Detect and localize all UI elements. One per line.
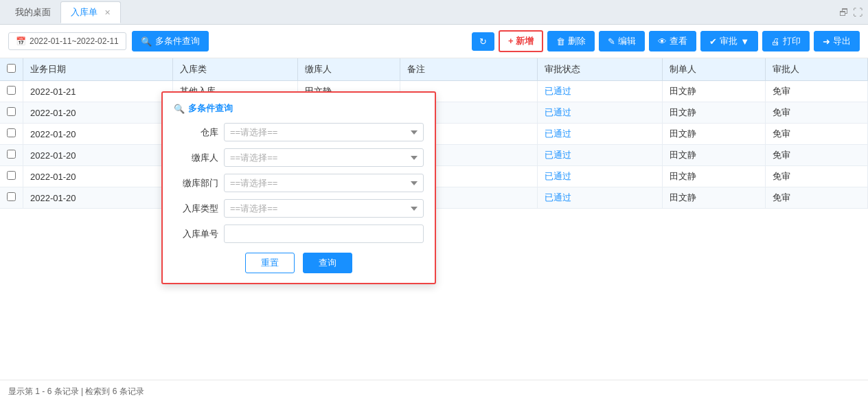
row-status: 已通过: [538, 145, 663, 166]
tab-desktop[interactable]: 我的桌面: [5, 2, 60, 23]
header-checkbox-cell: [0, 58, 23, 81]
tab-close-icon[interactable]: ✕: [104, 8, 111, 16]
header-type: 入库类: [172, 58, 297, 81]
row-checkbox[interactable]: [7, 107, 16, 116]
edit-button[interactable]: ✎ 编辑: [599, 31, 645, 51]
row-creator: 田文静: [663, 145, 765, 166]
row-checkbox-cell: [0, 187, 23, 209]
approve-dropdown-icon: ▼: [740, 36, 749, 47]
add-label: + 新增: [508, 35, 534, 47]
row-approver: 免审: [765, 187, 867, 209]
row-date: 2022-01-20: [23, 187, 173, 209]
calendar-icon: 📅: [16, 36, 26, 46]
row-date: 2022-01-20: [23, 166, 173, 187]
view-icon: 👁: [658, 36, 667, 47]
row-date: 2022-01-20: [23, 102, 173, 124]
warehouse-label: 仓库: [174, 126, 218, 139]
row-status: 已通过: [538, 81, 663, 102]
row-date: 2022-01-20: [23, 145, 173, 166]
view-button[interactable]: 👁 查看: [649, 31, 696, 51]
export-icon: ➜: [823, 36, 830, 47]
dept-select[interactable]: ==请选择==: [224, 174, 424, 192]
print-icon: 🖨: [771, 36, 780, 47]
query-button[interactable]: 查询: [303, 253, 352, 273]
row-approver: 免审: [765, 166, 867, 187]
row-approver: 免审: [765, 124, 867, 145]
action-buttons: ↻ + 新增 🗑 删除 ✎ 编辑 👁 查看 ✔: [472, 30, 860, 52]
search-icon: 🔍: [141, 36, 152, 47]
delete-button[interactable]: 🗑 删除: [547, 31, 595, 51]
print-button[interactable]: 🖨 打印: [762, 31, 810, 51]
approve-icon: ✔: [709, 36, 717, 47]
type-label: 入库类型: [174, 203, 218, 215]
row-checkbox-cell: [0, 81, 23, 102]
refresh-icon: ↻: [479, 36, 487, 47]
select-all-checkbox[interactable]: [7, 64, 16, 73]
main-content: 📅 2022-01-11~2022-02-11 🔍 多条件查询 ↻ + 新增 🗑…: [0, 25, 868, 403]
row-creator: 田文静: [663, 187, 765, 209]
date-range-button[interactable]: 📅 2022-01-11~2022-02-11: [8, 32, 126, 50]
person-select[interactable]: ==请选择==: [224, 148, 424, 167]
row-status: 已通过: [538, 102, 663, 124]
row-checkbox-cell: [0, 166, 23, 187]
app-container: 我的桌面 入库单 ✕ 🗗 ⛶ 📅 2022-01-11~2022-02-11 🔍…: [0, 0, 868, 403]
header-approver: 审批人: [765, 58, 867, 81]
ordernum-input[interactable]: [224, 224, 424, 243]
multi-search-label: 多条件查询: [155, 35, 200, 47]
row-checkbox[interactable]: [7, 128, 16, 137]
row-checkbox-cell: [0, 102, 23, 124]
restore-icon[interactable]: 🗗: [839, 7, 849, 18]
export-button[interactable]: ➜ 导出: [814, 31, 860, 51]
date-range-value: 2022-01-11~2022-02-11: [30, 36, 119, 46]
row-checkbox-cell: [0, 124, 23, 145]
footer: 显示第 1 - 6 条记录 | 检索到 6 条记录: [0, 380, 868, 403]
row-creator: 田文静: [663, 102, 765, 124]
footer-text: 显示第 1 - 6 条记录 | 检索到 6 条记录: [8, 387, 144, 396]
search-dropdown-panel: 🔍 多条件查询 仓库 ==请选择== 缴库人 ==请选择== 缴库部: [161, 91, 436, 284]
row-checkbox[interactable]: [7, 192, 16, 201]
row-checkbox-cell: [0, 145, 23, 166]
maximize-icon[interactable]: ⛶: [853, 7, 863, 18]
approve-button[interactable]: ✔ 审批 ▼: [700, 31, 758, 51]
header-date: 业务日期: [23, 58, 173, 81]
reset-button[interactable]: 重置: [245, 253, 295, 273]
row-status: 已通过: [538, 187, 663, 209]
type-select[interactable]: ==请选择==: [224, 199, 424, 218]
delete-icon: 🗑: [556, 36, 565, 47]
add-button[interactable]: + 新增: [499, 30, 543, 52]
row-status: 已通过: [538, 124, 663, 145]
row-checkbox[interactable]: [7, 171, 16, 180]
table-header-row: 业务日期 入库类 缴库人 备注 审批状态 制单人 审批人: [0, 58, 868, 81]
row-creator: 田文静: [663, 81, 765, 102]
refresh-button[interactable]: ↻: [472, 32, 494, 51]
row-checkbox[interactable]: [7, 86, 16, 95]
header-status: 审批状态: [538, 58, 663, 81]
dept-label: 缴库部门: [174, 177, 218, 189]
tab-inbound[interactable]: 入库单 ✕: [60, 1, 121, 23]
row-date: 2022-01-20: [23, 124, 173, 145]
header-creator: 制单人: [663, 58, 765, 81]
warehouse-select[interactable]: ==请选择==: [224, 123, 424, 141]
row-approver: 免审: [765, 81, 867, 102]
person-label: 缴库人: [174, 152, 218, 164]
row-status: 已通过: [538, 166, 663, 187]
person-row: 缴库人 ==请选择==: [174, 148, 424, 167]
row-checkbox[interactable]: [7, 150, 16, 159]
toolbar: 📅 2022-01-11~2022-02-11 🔍 多条件查询 ↻ + 新增 🗑…: [0, 25, 868, 58]
row-date: 2022-01-21: [23, 81, 173, 102]
row-approver: 免审: [765, 145, 867, 166]
dept-row: 缴库部门 ==请选择==: [174, 174, 424, 192]
ordernum-row: 入库单号: [174, 224, 424, 243]
ordernum-label: 入库单号: [174, 228, 218, 240]
panel-title: 🔍 多条件查询: [174, 102, 424, 115]
tabs-bar: 我的桌面 入库单 ✕ 🗗 ⛶: [0, 0, 868, 25]
type-row: 入库类型 ==请选择==: [174, 199, 424, 218]
edit-icon: ✎: [608, 36, 615, 47]
header-note: 备注: [400, 58, 538, 81]
table-area: 业务日期 入库类 缴库人 备注 审批状态 制单人 审批人 2022-01-21 …: [0, 58, 868, 380]
header-person: 缴库人: [297, 58, 400, 81]
multi-search-button[interactable]: 🔍 多条件查询: [132, 31, 209, 51]
panel-search-icon: 🔍: [174, 104, 185, 114]
tabs-actions: 🗗 ⛶: [839, 7, 863, 18]
panel-buttons: 重置 查询: [174, 253, 424, 273]
